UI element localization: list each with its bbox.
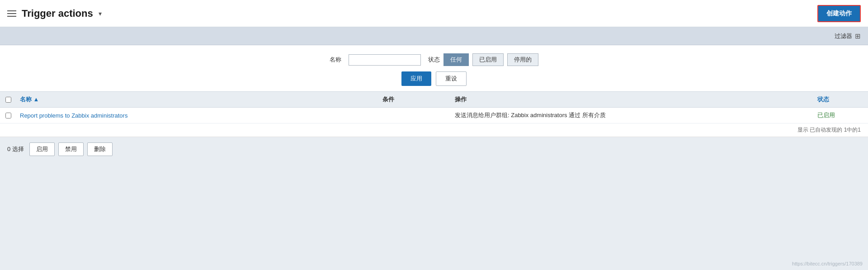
filter-row-fields: 名称 状态 任何 已启用 停用的 [0, 53, 868, 66]
disable-button[interactable]: 禁用 [58, 142, 84, 156]
table-info-text: 显示 已自动发现的 1中的1 [797, 127, 861, 133]
row-name-cell[interactable]: Report problems to Zabbix administrators [16, 112, 379, 119]
filter-actions: 应用 重设 [0, 71, 868, 86]
status-btn-disabled[interactable]: 停用的 [507, 53, 538, 66]
th-name[interactable]: 名称 ▲ [16, 95, 379, 104]
filter-panel: 名称 状态 任何 已启用 停用的 应用 重设 [0, 45, 868, 92]
table-row: Report problems to Zabbix administrators… [0, 108, 868, 123]
title-dropdown-icon[interactable]: ▾ [99, 10, 102, 17]
watermark-text: https://bitecc.cn/triggers/170389 [792, 261, 863, 266]
hamburger-menu-icon[interactable] [7, 10, 16, 17]
bottom-bar: 0 选择 启用 禁用 删除 [0, 137, 868, 161]
status-btn-enabled[interactable]: 已启用 [472, 53, 504, 66]
th-checkbox[interactable] [0, 97, 16, 103]
status-filter-group: 状态 任何 已启用 停用的 [428, 53, 538, 66]
select-all-checkbox[interactable] [5, 97, 11, 103]
page-title: Trigger actions [22, 8, 93, 19]
th-conditions: 条件 [379, 95, 451, 104]
reset-filter-button[interactable]: 重设 [436, 71, 467, 86]
delete-button[interactable]: 删除 [87, 142, 113, 156]
name-filter-input[interactable] [349, 54, 421, 66]
create-action-button[interactable]: 创建动作 [817, 5, 861, 22]
name-filter-label: 名称 [330, 56, 341, 64]
filter-bar-icon: ⊞ [855, 32, 861, 40]
page-footer-watermark: https://bitecc.cn/triggers/170389 [792, 261, 863, 266]
header-left: Trigger actions ▾ [7, 8, 102, 19]
table-header: 名称 ▲ 条件 操作 状态 [0, 92, 868, 108]
status-btn-any[interactable]: 任何 [443, 53, 469, 66]
select-count: 0 选择 [7, 145, 24, 153]
row-operations-cell: 发送消息给用户群组: Zabbix administrators 通过 所有介质 [451, 111, 814, 119]
apply-filter-button[interactable]: 应用 [401, 71, 431, 86]
status-filter-label: 状态 [428, 56, 440, 64]
table-container: 名称 ▲ 条件 操作 状态 Report problems to Zabbix … [0, 92, 868, 123]
filter-bar-label: 过滤器 [835, 32, 852, 40]
th-operations: 操作 [451, 95, 814, 104]
th-status[interactable]: 状态 [814, 95, 868, 104]
page-header: Trigger actions ▾ 创建动作 [0, 0, 868, 27]
row-checkbox-cell[interactable] [0, 113, 16, 118]
filter-bar: 过滤器 ⊞ [0, 27, 868, 45]
table-info: 显示 已自动发现的 1中的1 [0, 123, 868, 137]
row-checkbox[interactable] [5, 113, 11, 118]
enable-button[interactable]: 启用 [29, 142, 55, 156]
row-status-cell[interactable]: 已启用 [814, 111, 868, 119]
